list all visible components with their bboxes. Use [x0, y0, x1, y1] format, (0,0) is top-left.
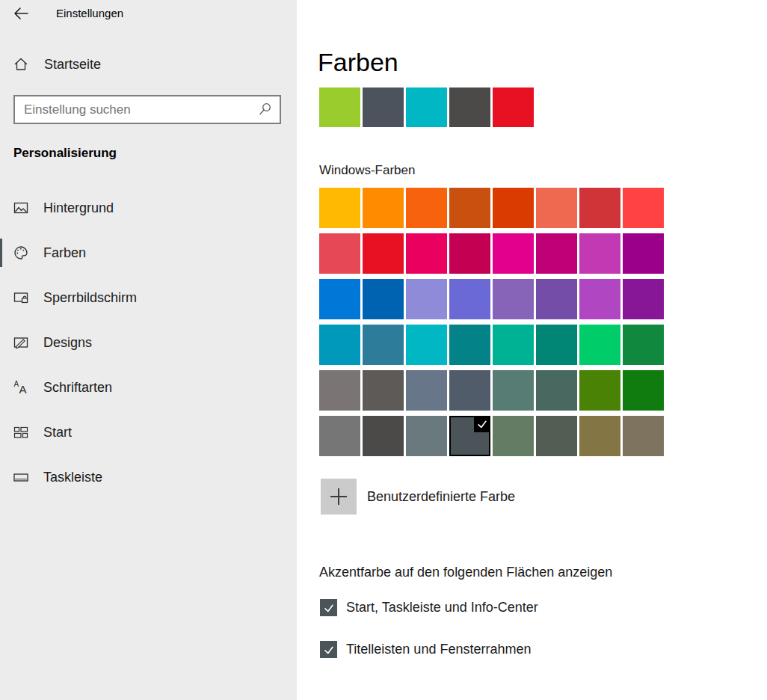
color-swatch[interactable]	[579, 279, 620, 319]
color-swatch[interactable]	[493, 416, 534, 456]
sidebar-nav: HintergrundFarbenSperrbildschirmDesignsA…	[0, 193, 297, 507]
app-title: Einstellungen	[56, 7, 123, 19]
sidebar-item-taskleiste[interactable]: Taskleiste	[0, 462, 297, 492]
sidebar-item-start[interactable]: Start	[0, 417, 297, 447]
sidebar-item-home[interactable]: Startseite	[0, 49, 297, 79]
checkbox-row[interactable]: Titelleisten und Fensterrahmen	[320, 641, 538, 658]
color-swatch[interactable]	[406, 233, 447, 274]
color-swatch[interactable]	[579, 325, 620, 365]
sidebar-item-sperrbildschirm[interactable]: Sperrbildschirm	[0, 283, 297, 313]
color-swatch[interactable]	[449, 188, 490, 228]
selected-indicator	[0, 239, 2, 267]
color-swatch[interactable]	[449, 325, 490, 365]
color-swatch[interactable]	[623, 233, 664, 274]
color-swatch[interactable]	[623, 416, 664, 456]
sidebar-item-label: Startseite	[44, 57, 101, 73]
home-icon	[13, 56, 29, 73]
color-swatch[interactable]	[493, 233, 534, 274]
color-swatch[interactable]	[623, 279, 664, 319]
main-content: Farben Windows-Farben Benutzerdefinierte…	[297, 0, 767, 700]
back-arrow-icon	[12, 4, 30, 22]
color-swatch[interactable]	[579, 233, 620, 274]
checkbox[interactable]	[320, 641, 337, 658]
recent-color-swatch[interactable]	[493, 88, 534, 127]
color-swatch[interactable]	[493, 370, 534, 411]
themes-icon	[13, 334, 29, 351]
color-swatch[interactable]	[536, 279, 577, 319]
color-swatch[interactable]	[623, 325, 664, 365]
page-title: Farben	[318, 48, 398, 77]
sidebar-item-hintergrund[interactable]: Hintergrund	[0, 193, 297, 223]
recent-colors-strip	[319, 88, 534, 127]
sidebar-item-label: Start	[43, 425, 72, 440]
search-icon[interactable]	[257, 102, 272, 117]
color-swatch[interactable]	[449, 233, 490, 274]
checkbox-row[interactable]: Start, Taskleiste und Info-Center	[320, 599, 538, 616]
sidebar-item-farben[interactable]: Farben	[0, 238, 297, 268]
color-swatch[interactable]	[536, 370, 577, 411]
color-swatch[interactable]	[363, 325, 404, 365]
search-box	[13, 95, 281, 124]
color-swatch[interactable]	[449, 279, 490, 319]
svg-text:A: A	[19, 383, 27, 396]
color-swatch[interactable]	[536, 233, 577, 274]
recent-color-swatch[interactable]	[406, 88, 447, 127]
sidebar-item-label: Schriftarten	[43, 380, 112, 396]
color-swatch[interactable]	[363, 279, 404, 319]
accent-surfaces-label: Akzentfarbe auf den folgenden Flächen an…	[319, 565, 612, 580]
color-swatch[interactable]	[493, 325, 534, 365]
start-icon	[13, 424, 29, 440]
color-swatch[interactable]	[493, 279, 534, 319]
windows-colors-label: Windows-Farben	[319, 163, 416, 178]
sidebar-item-label: Designs	[43, 335, 92, 351]
color-swatch[interactable]	[319, 416, 360, 456]
color-swatch-selected[interactable]	[449, 416, 490, 456]
sidebar-item-schriftarten[interactable]: AASchriftarten	[0, 372, 297, 402]
color-swatch[interactable]	[406, 370, 447, 411]
color-swatch[interactable]	[319, 325, 360, 365]
color-swatch[interactable]	[406, 279, 447, 319]
sidebar-item-label: Sperrbildschirm	[43, 290, 137, 306]
sidebar-item-designs[interactable]: Designs	[0, 328, 297, 357]
taskbar-icon	[13, 469, 29, 485]
color-swatch[interactable]	[363, 188, 404, 228]
sidebar-item-label: Taskleiste	[43, 470, 102, 485]
color-swatch[interactable]	[579, 370, 620, 411]
color-swatch[interactable]	[579, 416, 620, 456]
color-swatch[interactable]	[449, 370, 490, 411]
custom-color-button[interactable]: Benutzerdefinierte Farbe	[321, 479, 515, 515]
sidebar-section-title: Personalisierung	[13, 146, 117, 161]
color-swatch[interactable]	[319, 279, 360, 319]
color-swatch[interactable]	[319, 233, 360, 274]
color-swatch[interactable]	[406, 416, 447, 456]
palette-icon	[13, 245, 29, 261]
image-icon	[13, 200, 29, 216]
sidebar-item-label: Farben	[43, 245, 86, 261]
color-swatch[interactable]	[623, 370, 664, 411]
color-swatch[interactable]	[536, 325, 577, 365]
selected-check-badge	[474, 416, 490, 432]
fonts-icon: AA	[13, 379, 29, 396]
search-input[interactable]	[15, 96, 248, 123]
windows-colors-grid	[319, 188, 664, 456]
color-swatch[interactable]	[536, 188, 577, 228]
color-swatch[interactable]	[536, 416, 577, 456]
checkbox[interactable]	[320, 599, 337, 616]
color-swatch[interactable]	[579, 188, 620, 228]
lockscreen-icon	[13, 289, 29, 306]
back-button[interactable]	[12, 4, 30, 22]
color-swatch[interactable]	[363, 233, 404, 274]
color-swatch[interactable]	[363, 416, 404, 456]
recent-color-swatch[interactable]	[449, 88, 490, 127]
color-swatch[interactable]	[319, 370, 360, 411]
color-swatch[interactable]	[493, 188, 534, 228]
settings-window: Einstellungen Startseite Personalisierun…	[0, 0, 767, 700]
recent-color-swatch[interactable]	[319, 88, 360, 127]
color-swatch[interactable]	[363, 370, 404, 411]
recent-color-swatch[interactable]	[363, 88, 404, 127]
color-swatch[interactable]	[319, 188, 360, 228]
color-swatch[interactable]	[406, 188, 447, 228]
accent-surface-checkboxes: Start, Taskleiste und Info-CenterTitelle…	[320, 599, 538, 683]
color-swatch[interactable]	[623, 188, 664, 228]
color-swatch[interactable]	[406, 325, 447, 365]
